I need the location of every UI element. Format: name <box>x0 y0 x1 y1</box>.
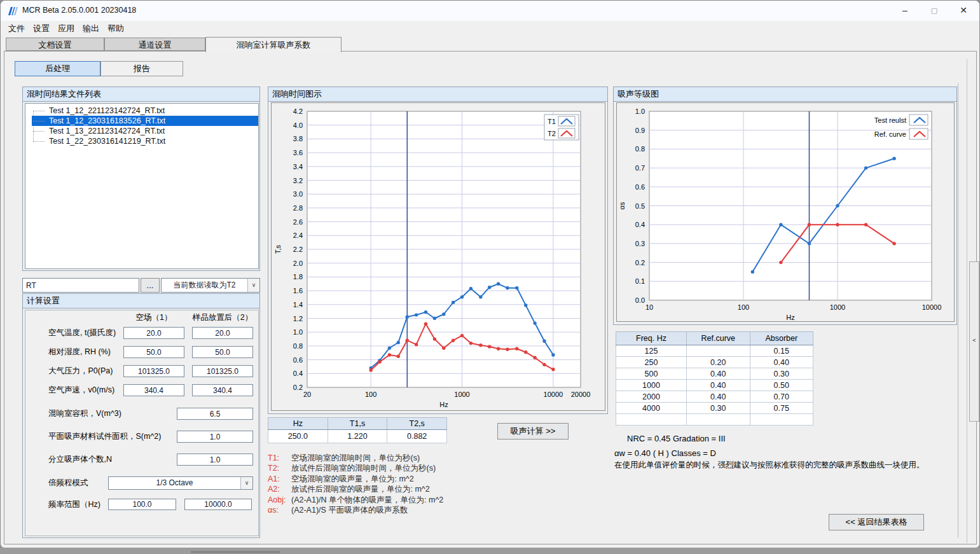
svg-text:2.6: 2.6 <box>293 218 303 226</box>
field-input-with-sample[interactable] <box>192 327 253 339</box>
definition-term: A1: <box>268 474 291 484</box>
freq-table-row: 2500.200.40 <box>616 357 813 368</box>
svg-text:T,s: T,s <box>274 244 282 254</box>
menu-item-输出[interactable]: 输出 <box>79 22 103 36</box>
freq-table-cell: 0.40 <box>687 391 750 403</box>
title-bar: MCR Beta 2.05.0.001 20230418 – ▢ ✕ <box>1 1 979 21</box>
field-input-empty-room[interactable] <box>123 384 184 396</box>
freq-table-cell: 0.40 <box>687 368 750 380</box>
svg-text:1.4: 1.4 <box>293 301 303 308</box>
field-input-empty-room[interactable] <box>123 346 184 358</box>
field-input-with-sample[interactable] <box>192 384 253 396</box>
field-input-with-sample[interactable] <box>192 346 253 358</box>
chevron-down-icon[interactable]: ∨ <box>247 279 259 292</box>
rt-table-cell: 1.220 <box>328 430 387 443</box>
collapse-panel-handle[interactable]: < <box>969 261 979 422</box>
freq-table-row: 1250.15 <box>616 345 813 357</box>
browse-button[interactable]: ... <box>141 278 160 293</box>
freq-table-cell: 2000 <box>616 391 687 403</box>
field-input[interactable] <box>177 454 253 466</box>
svg-text:20: 20 <box>303 391 311 398</box>
svg-text:1.0: 1.0 <box>293 328 303 336</box>
freq-table-cell: 0.30 <box>750 368 813 380</box>
svg-text:αs: αs <box>618 202 626 209</box>
usage-note-text: 在使用此单值评价量的时候，强烈建议与按照标准获得的完整的吸声系数曲线一块使用。 <box>614 460 925 471</box>
file-list[interactable]: Test 1_12_221123142724_RT.txtTest 1_12_2… <box>25 103 259 269</box>
field-label: 大气压力，P0(Pa) <box>48 365 113 377</box>
definition-term: T2: <box>268 463 291 473</box>
svg-text:0.6: 0.6 <box>635 183 645 191</box>
file-item[interactable]: Test 1_12_221123142724_RT.txt <box>32 106 258 116</box>
svg-text:0.2: 0.2 <box>635 259 645 267</box>
rt-keyword-input[interactable] <box>22 278 139 293</box>
tab-混响室计算吸声系数[interactable]: 混响室计算吸声系数 <box>205 37 342 52</box>
field-input-with-sample[interactable] <box>192 365 253 377</box>
tab-文档设置[interactable]: 文档设置 <box>6 38 104 51</box>
freq-table-cell: 0.40 <box>750 357 813 368</box>
menu-item-帮助[interactable]: 帮助 <box>104 22 128 36</box>
svg-text:3.2: 3.2 <box>293 177 303 184</box>
freq-min-input[interactable] <box>108 499 176 510</box>
field-label: 相对湿度, RH (%) <box>48 346 111 358</box>
freq-table-cell: 0.15 <box>750 345 813 357</box>
absorption-calc-button[interactable]: 吸声计算 >> <box>497 423 569 440</box>
definitions-list: T1:空场混响室的混响时间，单位为秒(s)T2:放试件后混响室的混响时间，单位为… <box>268 453 443 515</box>
menu-item-文件[interactable]: 文件 <box>4 22 29 36</box>
svg-text:2.0: 2.0 <box>293 260 303 267</box>
svg-text:1.6: 1.6 <box>293 287 303 294</box>
maximize-button[interactable]: ▢ <box>920 1 949 21</box>
definition-desc: (A2-A1)/S 平面吸声体的吸声系数 <box>291 506 408 515</box>
field-input[interactable] <box>177 408 253 420</box>
file-name: Test 1_12_221123142724_RT.txt <box>49 106 165 115</box>
definition-desc: (A2-A1)/N 单个物体的吸声量，单位为: m^2 <box>291 495 443 504</box>
freq-table-row: 10000.400.50 <box>616 380 813 391</box>
svg-text:Ref. curve: Ref. curve <box>874 130 906 138</box>
file-item[interactable]: Test 1_22_230316141219_RT.txt <box>32 136 258 146</box>
freq-table-row <box>616 414 813 426</box>
svg-text:0.8: 0.8 <box>635 145 645 153</box>
octave-mode-value: 1/3 Octave <box>109 477 240 489</box>
rt-chart-title: 混响时间图示 <box>268 87 607 102</box>
freq-table-cell <box>616 414 687 426</box>
definition-term: T1: <box>268 453 291 463</box>
field-input[interactable] <box>177 431 253 443</box>
tree-connector-icon <box>33 111 45 111</box>
freq-table-cell <box>687 345 750 357</box>
rating-chart[interactable]: 0.00.10.20.30.40.50.60.70.80.91.01010010… <box>616 102 955 322</box>
tree-connector-icon <box>33 131 45 132</box>
file-item[interactable]: Test 1_13_221123142724_RT.txt <box>32 126 258 136</box>
rt-chart[interactable]: 0.20.40.60.81.01.21.41.61.82.02.22.42.62… <box>271 102 605 411</box>
close-button[interactable]: ✕ <box>949 1 978 21</box>
menu-item-应用[interactable]: 应用 <box>54 22 78 36</box>
svg-text:20000: 20000 <box>571 391 591 398</box>
freq-max-input[interactable] <box>184 499 252 510</box>
file-name: Test 1_22_230316141219_RT.txt <box>49 137 165 146</box>
freq-table-row: 40000.300.75 <box>616 403 813 414</box>
subtab-报告[interactable]: 报告 <box>100 61 183 76</box>
tab-通道设置[interactable]: 通道设置 <box>104 38 205 51</box>
aw-result-text: αw = 0.40 ( H ) Classes = D <box>614 448 716 458</box>
data-read-dropdown[interactable]: 当前数据读取为T2 ∨ <box>161 278 260 293</box>
file-list-group-title: 混时间结果文件列表 <box>23 87 259 102</box>
collapse-arrow-icon: < <box>972 337 976 343</box>
file-item[interactable]: Test 1_12_230316183526_RT.txt <box>32 116 258 126</box>
chevron-down-icon[interactable]: ∨ <box>240 477 252 489</box>
back-to-results-button[interactable]: << 返回结果表格 <box>829 514 924 530</box>
minimize-button[interactable]: – <box>890 1 920 21</box>
octave-mode-dropdown[interactable]: 1/3 Octave ∨ <box>108 476 253 490</box>
rt-table-header: T1,s <box>328 418 387 430</box>
svg-text:1.8: 1.8 <box>293 273 303 280</box>
svg-text:4.2: 4.2 <box>293 107 303 115</box>
field-label: 空气温度, t(摄氏度) <box>48 327 116 339</box>
field-label: 空气声速，v0(m/s) <box>48 384 114 396</box>
rt-value-table: HzT1,sT2,s 250.01.2200.882 <box>268 417 447 443</box>
definition-line: Aobj:(A2-A1)/N 单个物体的吸声量，单位为: m^2 <box>268 495 443 505</box>
field-input-empty-room[interactable] <box>123 365 184 377</box>
menu-item-设置[interactable]: 设置 <box>29 22 53 36</box>
subtab-后处理[interactable]: 后处理 <box>15 61 100 76</box>
svg-text:0.3: 0.3 <box>635 240 645 247</box>
freq-table-header: Absorber <box>750 332 813 345</box>
rt-table-cell: 250.0 <box>268 430 328 443</box>
field-input-empty-room[interactable] <box>123 327 184 339</box>
svg-text:Test reulst: Test reulst <box>874 116 906 124</box>
